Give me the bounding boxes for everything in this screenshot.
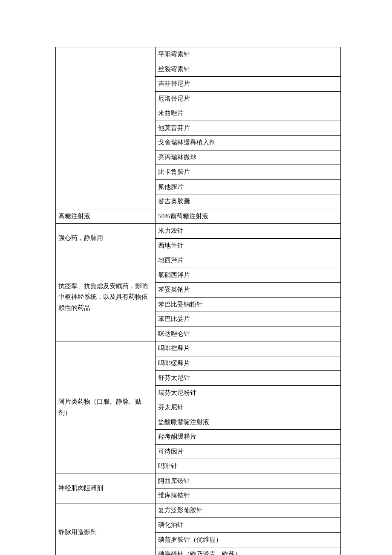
- item-cell: 苯巴比妥片: [156, 312, 341, 327]
- item-cell: 碘海醇针（欧乃派克、欧苏）: [156, 547, 341, 555]
- item-cell: 可待因片: [156, 444, 341, 459]
- item-cell: 氟他胺片: [156, 179, 341, 194]
- item-cell: 来曲唑片: [156, 106, 341, 121]
- table-row: 强心药，静脉用米力农针: [56, 224, 341, 239]
- item-cell: 他莫昔芬片: [156, 121, 341, 136]
- item-cell: 咪达唑仑针: [156, 327, 341, 341]
- item-cell: 碘化油针: [156, 518, 341, 533]
- item-cell: 丝裂霉素针: [156, 62, 341, 77]
- item-cell: 吗啡针: [156, 459, 341, 474]
- category-cell: 高糖注射液: [56, 209, 156, 224]
- item-cell: 替吉奥胶囊: [156, 194, 341, 209]
- item-cell: 阿曲库铵针: [156, 474, 341, 489]
- category-cell: 神经肌肉阻滞剂: [56, 474, 156, 503]
- item-cell: 地西泮片: [156, 253, 341, 268]
- item-cell: 厄洛替尼片: [156, 91, 341, 106]
- table-row: 阿片类药物（口服、静脉、贴剂）吗啡控释片: [56, 341, 341, 356]
- item-cell: 平阳霉素针: [156, 47, 341, 62]
- item-cell: 盐酸哌替啶注射液: [156, 415, 341, 430]
- item-cell: 瑞芬太尼粉针: [156, 385, 341, 400]
- drug-category-table: 平阳霉素针丝裂霉素针吉非替尼片厄洛替尼片来曲唑片他莫昔芬片戈舍瑞林缓释植入剂亮丙…: [55, 47, 341, 555]
- item-cell: 苯妥英钠片: [156, 283, 341, 298]
- table-row: 抗痉挛、抗焦虑及安眠药，影响中枢神经系统，以及具有药物依赖性的药品地西泮片: [56, 253, 341, 268]
- item-cell: 芬太尼针: [156, 400, 341, 415]
- item-cell: 吉非替尼片: [156, 77, 341, 92]
- item-cell: 碘普罗胺针（优维显）: [156, 532, 341, 547]
- item-cell: 亮丙瑞林微球: [156, 150, 341, 165]
- item-cell: 戈舍瑞林缓释植入剂: [156, 136, 341, 150]
- category-cell: 强心药，静脉用: [56, 224, 156, 253]
- item-cell: 羟考酮缓释片: [156, 430, 341, 445]
- item-cell: 米力农针: [156, 224, 341, 239]
- item-cell: 氯硝西泮片: [156, 268, 341, 283]
- item-cell: 吗啡控释片: [156, 341, 341, 356]
- table-row: 平阳霉素针: [56, 47, 341, 62]
- category-cell: 阿片类药物（口服、静脉、贴剂）: [56, 341, 156, 474]
- category-cell: [56, 47, 156, 209]
- table-row: 高糖注射液50%葡萄糖注射液: [56, 209, 341, 224]
- item-cell: 西地兰针: [156, 238, 341, 253]
- table-row: 静脉用造影剂复方泛影葡胺针: [56, 503, 341, 518]
- item-cell: 比卡鲁胺片: [156, 165, 341, 180]
- item-cell: 复方泛影葡胺针: [156, 503, 341, 518]
- item-cell: 吗啡缓释片: [156, 356, 341, 371]
- table-row: 神经肌肉阻滞剂阿曲库铵针: [56, 474, 341, 489]
- item-cell: 舒芬太尼针: [156, 371, 341, 386]
- item-cell: 50%葡萄糖注射液: [156, 209, 341, 224]
- item-cell: 苯巴比妥钠粉针: [156, 297, 341, 312]
- item-cell: 维库溴铵针: [156, 489, 341, 503]
- category-cell: 静脉用造影剂: [56, 503, 156, 555]
- category-cell: 抗痉挛、抗焦虑及安眠药，影响中枢神经系统，以及具有药物依赖性的药品: [56, 253, 156, 341]
